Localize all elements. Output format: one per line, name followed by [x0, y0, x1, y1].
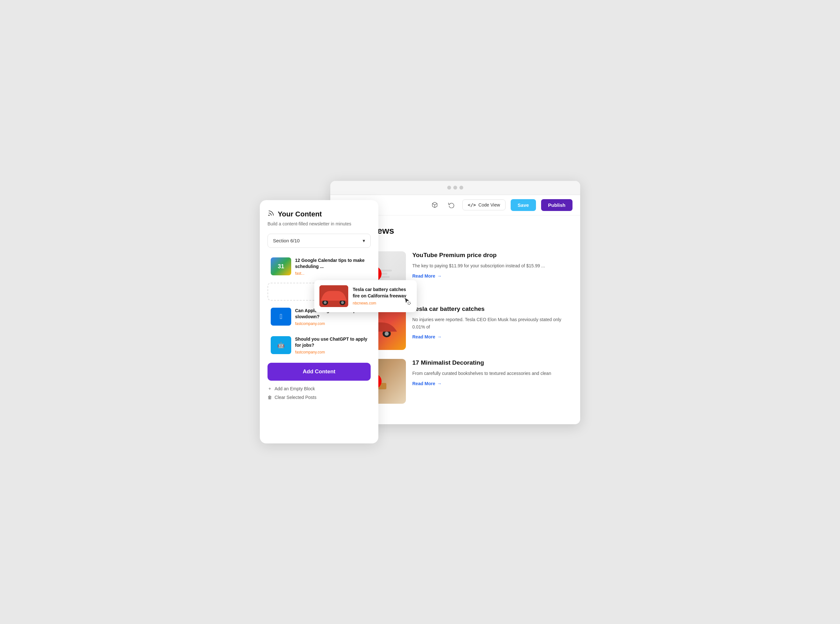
clear-posts-action[interactable]: 🗑 Clear Selected Posts [268, 395, 371, 400]
read-more-label-youtube: Read More [412, 273, 435, 278]
content-item-body-gcal: 12 Google Calendar tips to make scheduli… [295, 257, 367, 276]
tooltip-card: Tesla car battery catches fire on Califo… [314, 280, 417, 312]
svg-point-11 [408, 302, 410, 304]
refresh-icon-button[interactable] [446, 199, 457, 211]
content-item-source-chatgpt: fastcompany.com [295, 350, 367, 354]
list-item-gcal[interactable]: 31 12 Google Calendar tips to make sched… [268, 254, 371, 279]
svg-point-8 [324, 301, 327, 304]
sidebar-title: Your Content [278, 210, 322, 218]
browser-dot-yellow [453, 186, 457, 190]
add-empty-block-action[interactable]: ＋ Add an Empty Block [268, 386, 371, 392]
rss-icon [268, 210, 275, 219]
save-button[interactable]: Save [510, 199, 536, 211]
arrow-icon-youtube: → [437, 273, 442, 278]
plus-icon: ＋ [268, 386, 272, 392]
add-empty-block-label: Add an Empty Block [275, 386, 315, 391]
thumb-apple:  [271, 308, 291, 326]
list-item-chatgpt[interactable]: 🤖 Should you use ChatGPT to apply for jo… [268, 333, 371, 358]
read-more-tesla[interactable]: Read More → [412, 334, 569, 339]
read-more-youtube[interactable]: Read More → [412, 273, 569, 278]
publish-button[interactable]: Publish [541, 199, 572, 211]
sidebar-header: Your Content [268, 210, 371, 219]
svg-point-10 [341, 301, 344, 304]
svg-point-4 [385, 331, 389, 335]
news-excerpt-tesla: No injuries were reported. Tesla CEO Elo… [412, 316, 569, 331]
news-body-youtube: YouTube Premium price drop The key to pa… [412, 251, 569, 278]
trash-icon: 🗑 [268, 395, 272, 400]
section-dropdown[interactable]: Section 6/10 ▾ [268, 234, 371, 248]
content-item-source-gcal: fast... [295, 271, 367, 276]
code-view-label: Code View [478, 202, 500, 207]
news-headline-decor: 17 Minimalist Decorating [412, 359, 569, 367]
browser-dot-red [447, 186, 451, 190]
news-excerpt-decor: From carefully curated bookshelves to te… [412, 370, 569, 377]
svg-point-5 [269, 215, 269, 215]
news-body-decor: 17 Minimalist Decorating From carefully … [412, 359, 569, 386]
news-headline-tesla: Tesla car battery catches [412, 305, 569, 313]
read-more-label-tesla: Read More [412, 334, 435, 339]
arrow-icon-decor: → [437, 381, 442, 386]
sidebar-panel: Your Content Build a content-filled news… [260, 200, 378, 443]
add-content-button[interactable]: Add Content [268, 363, 371, 381]
content-item-body-chatgpt: Should you use ChatGPT to apply for jobs… [295, 336, 367, 354]
tooltip-thumb [319, 285, 348, 307]
cube-icon-button[interactable] [429, 199, 441, 211]
news-body-tesla: Tesla car battery catches No injuries we… [412, 305, 569, 339]
thumb-gcal: 31 [271, 257, 291, 275]
content-item-title-gcal: 12 Google Calendar tips to make scheduli… [295, 257, 367, 270]
cursor-icon [403, 296, 411, 307]
chevron-down-icon: ▾ [363, 238, 365, 244]
news-headline-youtube: YouTube Premium price drop [412, 251, 569, 259]
code-bracket-icon: </> [468, 202, 476, 207]
read-more-decor[interactable]: Read More → [412, 381, 569, 386]
read-more-label-decor: Read More [412, 381, 435, 386]
sidebar-subtitle: Build a content-filled newsletter in min… [268, 221, 371, 227]
code-view-button[interactable]: </> Code View [462, 199, 506, 210]
browser-dot-green [459, 186, 463, 190]
section-dropdown-label: Section 6/10 [273, 238, 300, 243]
content-item-source-apple: fastcompany.com [295, 321, 367, 326]
arrow-icon-tesla: → [437, 334, 442, 339]
news-excerpt-youtube: The key to paying $11.99 for your subscr… [412, 262, 569, 269]
browser-dots [447, 186, 463, 190]
sidebar-footer: ＋ Add an Empty Block 🗑 Clear Selected Po… [268, 386, 371, 400]
content-item-title-chatgpt: Should you use ChatGPT to apply for jobs… [295, 336, 367, 349]
thumb-chatgpt: 🤖 [271, 336, 291, 354]
clear-posts-label: Clear Selected Posts [275, 395, 317, 400]
browser-titlebar [330, 181, 580, 195]
